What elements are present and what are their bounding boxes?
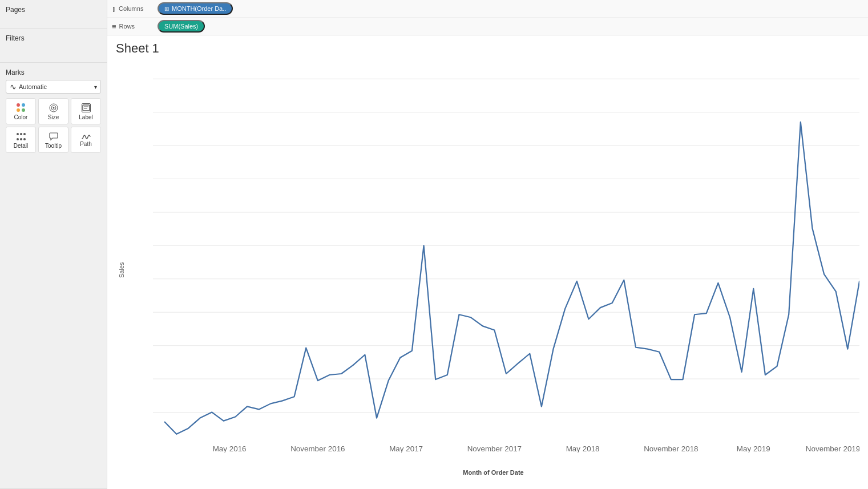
size-icon — [49, 103, 58, 112]
columns-icon: ⫿ — [112, 5, 116, 13]
svg-text:November 2018: November 2018 — [644, 444, 698, 452]
label-label: Label — [79, 114, 92, 120]
chart-wrapper: Sales 220K 200K — [116, 62, 859, 478]
line-chart — [165, 122, 859, 434]
rows-label: ≡ Rows — [112, 22, 158, 31]
detail-label: Detail — [14, 143, 29, 149]
path-button[interactable]: Path — [71, 127, 101, 153]
sidebar: Pages Filters Marks Automatic — [0, 0, 107, 489]
marks-section: Marks Automatic Color — [0, 63, 107, 489]
svg-point-2 — [53, 107, 54, 109]
svg-rect-3 — [83, 105, 90, 111]
shelves: ⫿ Columns ⊞ MONTH(Order Da.. ≡ Rows SUM(… — [107, 0, 868, 35]
label-button[interactable]: Label — [71, 98, 101, 124]
rows-pill[interactable]: SUM(Sales) — [158, 20, 205, 33]
svg-text:May 2019: May 2019 — [737, 444, 770, 452]
color-label: Color — [14, 114, 28, 120]
filters-section: Filters — [0, 29, 107, 63]
filters-label: Filters — [6, 34, 101, 42]
canvas: Sheet 1 Sales 220 — [107, 35, 868, 489]
columns-pill[interactable]: ⊞ MONTH(Order Da.. — [158, 2, 233, 15]
marks-label: Marks — [6, 68, 101, 76]
x-axis-label: Month of Order Date — [127, 469, 859, 476]
columns-label: ⫿ Columns — [112, 5, 158, 13]
chevron-down-icon — [94, 83, 97, 90]
pages-label: Pages — [6, 6, 101, 14]
tilde-icon — [10, 82, 19, 91]
svg-text:November 2016: November 2016 — [290, 444, 345, 452]
rows-icon: ≡ — [112, 22, 116, 31]
color-icon — [17, 103, 26, 112]
svg-text:November 2017: November 2017 — [467, 444, 522, 452]
sheet-title: Sheet 1 — [116, 41, 859, 56]
svg-text:May 2018: May 2018 — [566, 444, 600, 452]
svg-text:May 2017: May 2017 — [389, 444, 423, 452]
tooltip-button[interactable]: Tooltip — [38, 127, 68, 153]
detail-button[interactable]: Detail — [6, 127, 36, 153]
y-axis-label: Sales — [116, 62, 127, 478]
svg-text:November 2019: November 2019 — [806, 444, 859, 452]
path-icon — [82, 134, 91, 139]
detail-icon — [17, 132, 26, 141]
columns-shelf: ⫿ Columns ⊞ MONTH(Order Da.. — [107, 0, 868, 18]
chart-svg: 220K 200K 180K 160K 140K 120K 100K 80K 6… — [153, 62, 859, 452]
svg-text:May 2016: May 2016 — [213, 444, 247, 452]
rows-shelf: ≡ Rows SUM(Sales) — [107, 18, 868, 35]
color-button[interactable]: Color — [6, 98, 36, 124]
tooltip-icon — [49, 132, 58, 141]
tooltip-label: Tooltip — [45, 143, 62, 149]
label-icon — [82, 103, 91, 112]
path-label: Path — [80, 141, 92, 147]
size-button[interactable]: Size — [38, 98, 68, 124]
pages-section: Pages — [0, 0, 107, 29]
marks-buttons-grid: Color Size — [6, 98, 101, 153]
marks-type-label: Automatic — [19, 83, 47, 90]
calendar-icon: ⊞ — [164, 6, 169, 12]
main-content: ⫿ Columns ⊞ MONTH(Order Da.. ≡ Rows SUM(… — [107, 0, 868, 489]
size-label: Size — [48, 114, 59, 120]
marks-type-dropdown[interactable]: Automatic — [6, 80, 101, 94]
chart-inner: 220K 200K 180K 160K 140K 120K 100K 80K 6… — [127, 62, 859, 478]
